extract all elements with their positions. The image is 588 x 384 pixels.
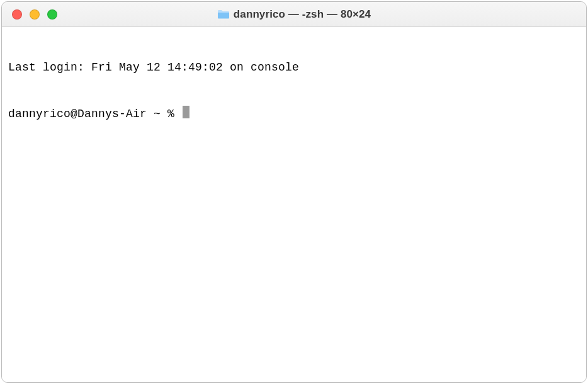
terminal-window: dannyrico — -zsh — 80×24 Last login: Fri… bbox=[1, 1, 587, 383]
terminal-body[interactable]: Last login: Fri May 12 14:49:02 on conso… bbox=[2, 27, 586, 382]
title-center: dannyrico — -zsh — 80×24 bbox=[2, 8, 586, 21]
window-titlebar: dannyrico — -zsh — 80×24 bbox=[2, 2, 586, 27]
traffic-lights bbox=[2, 9, 57, 20]
last-login-line: Last login: Fri May 12 14:49:02 on conso… bbox=[8, 60, 580, 75]
zoom-button[interactable] bbox=[47, 9, 57, 20]
prompt-line: dannyrico@Dannys-Air ~ % bbox=[8, 104, 580, 121]
shell-prompt: dannyrico@Dannys-Air ~ % bbox=[8, 107, 181, 121]
close-button[interactable] bbox=[12, 9, 22, 20]
cursor-block bbox=[183, 106, 189, 118]
folder-icon bbox=[217, 9, 230, 20]
window-title: dannyrico — -zsh — 80×24 bbox=[234, 8, 371, 21]
minimize-button[interactable] bbox=[30, 9, 40, 20]
